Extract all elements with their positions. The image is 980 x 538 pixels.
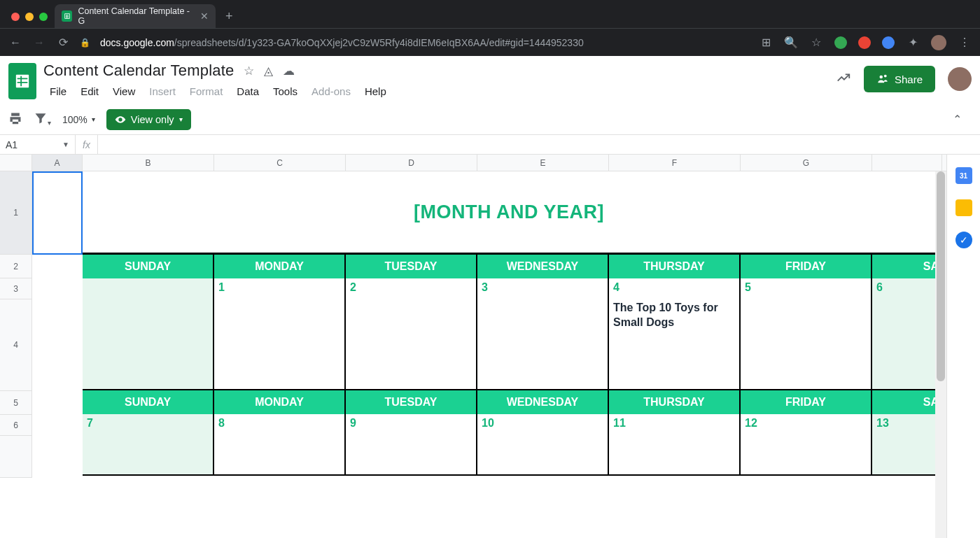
window-controls[interactable] (7, 13, 55, 28)
move-to-drive-icon[interactable]: ◬ (264, 64, 273, 78)
address-bar[interactable]: docs.google.com/spreadsheets/d/1y323-GA7… (100, 37, 584, 48)
calendar-date-cell[interactable]: 8 (214, 414, 346, 476)
minimize-window-icon[interactable] (25, 13, 34, 21)
column-header[interactable]: C (214, 155, 346, 171)
menu-tools[interactable]: Tools (267, 83, 304, 100)
day-header[interactable]: WEDNESDAY (477, 255, 609, 278)
calendar-date-cell[interactable]: 2 (346, 278, 477, 390)
forward-icon[interactable]: → (32, 36, 46, 49)
document-title[interactable]: Content Calendar Template (43, 62, 234, 80)
row-header[interactable]: 2 (0, 255, 32, 278)
calendar-app-icon[interactable]: 31 (955, 167, 972, 184)
menu-bar: File Edit View Insert Format Data Tools … (43, 83, 393, 100)
menu-format[interactable]: Format (183, 83, 230, 100)
row-header[interactable]: 3 (0, 278, 32, 299)
eye-icon (115, 114, 126, 125)
row-header[interactable]: 5 (0, 391, 32, 415)
formula-bar: A1 ▼ fx (0, 135, 980, 155)
spreadsheet-grid[interactable]: A B C D E F G 1 2 3 4 5 6 (0, 155, 946, 538)
column-header[interactable] (872, 155, 942, 171)
sheets-logo-icon[interactable] (8, 63, 36, 99)
new-tab-button[interactable]: + (216, 9, 243, 28)
extension-icon[interactable] (834, 36, 847, 49)
account-avatar-icon[interactable] (948, 67, 972, 91)
reload-icon[interactable]: ⟳ (56, 36, 70, 49)
filter-icon[interactable]: ▾ (34, 111, 51, 128)
share-button[interactable]: Share (864, 66, 935, 92)
calendar-date-cell[interactable]: 9 (346, 414, 477, 476)
date-content: The Top 10 Toys for Small Dogs (609, 299, 739, 389)
calendar-date-cell[interactable]: 11 (609, 414, 741, 476)
date-number: 11 (609, 414, 739, 435)
calendar-date-cell[interactable]: 12 (741, 414, 872, 476)
print-icon[interactable] (8, 111, 22, 128)
calendar-date-cell[interactable]: 7 (83, 414, 214, 476)
menu-help[interactable]: Help (358, 83, 393, 100)
translate-icon[interactable]: ⊞ (759, 36, 773, 49)
day-header[interactable]: MONDAY (214, 390, 346, 414)
overflow-menu-icon[interactable]: ⋮ (958, 36, 972, 49)
zoom-icon[interactable]: 🔍 (784, 36, 798, 49)
lock-icon: 🔒 (80, 38, 90, 48)
svg-rect-2 (16, 75, 29, 87)
name-box[interactable]: A1 ▼ (0, 135, 76, 154)
calendar-date-cell[interactable] (83, 278, 214, 390)
row-header[interactable]: 6 (0, 415, 32, 436)
row-header[interactable]: 1 (0, 171, 32, 255)
close-window-icon[interactable] (11, 13, 20, 21)
back-icon[interactable]: ← (8, 36, 22, 49)
chevron-down-icon: ▾ (179, 115, 183, 123)
vertical-scrollbar[interactable] (935, 171, 946, 538)
day-header[interactable]: THURSDAY (609, 255, 741, 278)
browser-tab[interactable]: Content Calendar Template - G ✕ (55, 4, 216, 28)
bookmark-star-icon[interactable]: ☆ (809, 36, 823, 49)
collapse-toolbar-icon[interactable]: ⌃ (953, 113, 962, 126)
cloud-status-icon[interactable]: ☁ (283, 64, 295, 78)
menu-view[interactable]: View (106, 83, 141, 100)
day-header[interactable]: THURSDAY (609, 390, 741, 414)
maximize-window-icon[interactable] (39, 13, 48, 21)
select-all-corner[interactable] (0, 155, 32, 171)
day-header[interactable]: MONDAY (214, 255, 346, 278)
day-header[interactable]: SUNDAY (83, 255, 214, 278)
tasks-app-icon[interactable]: ✓ (955, 232, 972, 248)
day-header[interactable]: SUNDAY (83, 390, 214, 414)
calendar-date-cell[interactable]: 5 (741, 278, 872, 390)
keep-app-icon[interactable] (955, 199, 972, 216)
calendar-date-cell[interactable]: 1 (214, 278, 346, 390)
day-header[interactable]: WEDNESDAY (477, 390, 609, 414)
extension-icon[interactable] (858, 36, 871, 49)
view-only-button[interactable]: View only ▾ (106, 109, 191, 130)
calendar-date-cell[interactable]: 3 (477, 278, 609, 390)
calendar-title-cell[interactable]: [MONTH AND YEAR] (83, 171, 935, 255)
menu-edit[interactable]: Edit (74, 83, 105, 100)
day-header[interactable]: TUESDAY (346, 390, 477, 414)
activity-icon[interactable] (836, 70, 851, 88)
calendar-date-cell[interactable]: 4The Top 10 Toys for Small Dogs (609, 278, 741, 390)
calendar-date-cell[interactable]: 10 (477, 414, 609, 476)
menu-insert[interactable]: Insert (143, 83, 182, 100)
star-icon[interactable]: ☆ (244, 64, 254, 78)
tab-close-icon[interactable]: ✕ (200, 10, 209, 22)
day-header[interactable]: TUESDAY (346, 255, 477, 278)
extension-icon[interactable] (882, 36, 895, 49)
day-header[interactable]: FRIDAY (741, 390, 872, 414)
menu-file[interactable]: File (43, 83, 73, 100)
extensions-puzzle-icon[interactable]: ✦ (906, 36, 920, 49)
column-header[interactable]: B (83, 155, 214, 171)
column-header[interactable]: F (609, 155, 741, 171)
date-content (346, 299, 476, 389)
row-header[interactable] (0, 436, 32, 478)
menu-data[interactable]: Data (230, 83, 265, 100)
column-header[interactable]: E (477, 155, 609, 171)
zoom-dropdown[interactable]: 100% ▾ (62, 114, 95, 125)
tab-title: Content Calendar Template - G (78, 6, 195, 26)
profile-avatar-icon[interactable] (931, 35, 946, 50)
column-header[interactable]: G (741, 155, 872, 171)
row-header[interactable]: 4 (0, 299, 32, 391)
column-header[interactable]: A (32, 155, 83, 171)
column-header[interactable]: D (346, 155, 477, 171)
date-number: 7 (83, 414, 213, 435)
day-header[interactable]: FRIDAY (741, 255, 872, 278)
menu-addons[interactable]: Add-ons (305, 83, 357, 100)
